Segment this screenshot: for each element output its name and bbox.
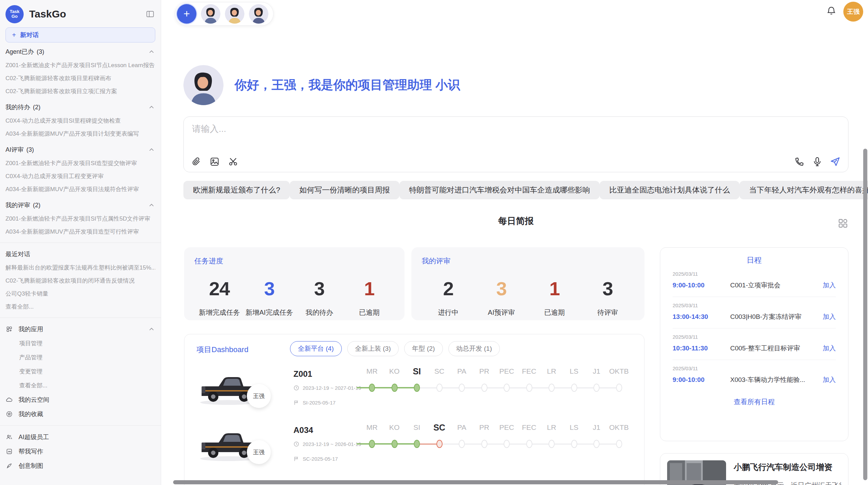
chevron-up-icon[interactable] xyxy=(148,146,155,153)
join-link[interactable]: 加入 xyxy=(823,344,836,353)
milestone-node[interactable] xyxy=(459,440,465,448)
suggestion-chip[interactable]: 特朗普可能对进口汽车增税会对中国车企造成哪些影响 xyxy=(399,181,600,199)
user-avatar[interactable]: 王强 xyxy=(843,2,863,22)
sidebar-collapse-icon[interactable] xyxy=(145,9,155,19)
sidebar-item[interactable]: Z001-全新燃油轻卡产品开发项目SI造型提交物评审 xyxy=(5,157,155,170)
sidebar-item[interactable]: A034-全新新能源MUV产品开发项目法规符合性评审 xyxy=(5,183,155,196)
sidebar-item-star[interactable]: 我的收藏 xyxy=(5,407,155,421)
sidebar-item[interactable]: Z001-全新燃油皮卡产品开发项目SI节点Lesson Learn报告 xyxy=(5,59,155,72)
sidebar-item[interactable]: C02-飞腾新能源轻客改款项目里程碑画布 xyxy=(5,72,155,85)
milestone-node[interactable] xyxy=(391,384,398,392)
scissors-icon[interactable] xyxy=(228,156,239,167)
my-apps-subitem[interactable]: 查看全部... xyxy=(5,378,155,393)
sidebar-group-header[interactable]: Agent已办(3) xyxy=(5,45,155,59)
add-agent-button[interactable]: + xyxy=(177,4,196,24)
mic-icon[interactable] xyxy=(812,156,823,167)
milestone-node[interactable] xyxy=(369,384,375,392)
send-icon[interactable] xyxy=(830,156,841,167)
my-apps-subitem[interactable]: 变更管理 xyxy=(5,364,155,378)
milestone-node[interactable] xyxy=(571,440,577,448)
suggestion-chip[interactable]: 比亚迪全固态电池计划具体说了什么 xyxy=(600,181,739,199)
sidebar-item-my-apps[interactable]: 我的应用 xyxy=(5,322,155,336)
suggestion-chip[interactable]: 欧洲新规最近颁布了什么? xyxy=(183,181,290,199)
milestone-node[interactable] xyxy=(593,440,600,448)
chevron-up-icon[interactable] xyxy=(148,48,155,55)
sidebar-item-write[interactable]: 帮我写作 xyxy=(5,444,155,459)
my-apps-subitem[interactable]: 产品管理 xyxy=(5,350,155,364)
event-name: C003|H0B-方案冻结评审 xyxy=(730,312,823,321)
paperclip-icon[interactable] xyxy=(191,156,202,167)
recent-chat-item[interactable]: 解释最新出台的欧盟报废车法规再生塑料比例被调至15%... xyxy=(5,261,155,274)
join-link[interactable]: 加入 xyxy=(823,281,836,290)
milestone-node[interactable] xyxy=(504,384,510,392)
project-row: 王强A0342023-12-19 ~ 2026-01-19SC-2025-05-… xyxy=(184,421,644,477)
recent-view-all-link[interactable]: 查看全部... xyxy=(5,300,155,313)
chevron-up-icon[interactable] xyxy=(148,325,155,333)
sidebar-group-title: AI评审 xyxy=(5,146,24,154)
chevron-up-icon[interactable] xyxy=(148,103,155,111)
sidebar-group-header[interactable]: 我的评审(2) xyxy=(5,198,155,212)
join-link[interactable]: 加入 xyxy=(823,312,836,321)
avatar-female-1[interactable] xyxy=(225,4,244,24)
stat-item: 2进行中 xyxy=(422,277,475,317)
dashboard-tab[interactable]: 动总开发 (1) xyxy=(448,341,500,356)
milestone-node[interactable] xyxy=(526,440,532,448)
join-link[interactable]: 加入 xyxy=(823,375,836,384)
layout-grid-icon[interactable] xyxy=(837,218,848,229)
sidebar-item[interactable]: C0X4-动力总成开发项目工程变更评审 xyxy=(5,170,155,183)
milestone-node[interactable] xyxy=(526,384,532,392)
image-icon[interactable] xyxy=(209,156,220,167)
recent-chat-item[interactable]: 公司Q3轻卡销量 xyxy=(5,287,155,300)
event-time: 9:00-10:00 xyxy=(673,376,730,384)
milestone-node[interactable] xyxy=(571,384,577,392)
sidebar-item[interactable]: C02-飞腾新能源轻客改款项目立项汇报方案 xyxy=(5,85,155,98)
milestone-node[interactable] xyxy=(616,384,622,392)
milestone-node[interactable] xyxy=(391,440,398,448)
chevron-up-icon[interactable] xyxy=(148,201,155,209)
phone-icon[interactable] xyxy=(794,156,805,167)
recent-chat-item[interactable]: C02-飞腾新能源轻客改款项目的闭环通告反馈情况 xyxy=(5,274,155,287)
milestone-node[interactable] xyxy=(369,440,375,448)
sidebar-item-pen[interactable]: 创意制图 xyxy=(5,459,155,473)
view-all-schedule-link[interactable]: 查看所有日程 xyxy=(673,397,836,407)
sidebar-item[interactable]: A034-全新新能源MUV产品开发项目计划变更表编写 xyxy=(5,127,155,140)
new-chat-button[interactable]: + 新对话 xyxy=(5,27,155,42)
notification-bell-icon[interactable] xyxy=(826,5,836,16)
milestone-node[interactable] xyxy=(481,384,487,392)
milestone-node[interactable] xyxy=(548,384,555,392)
sidebar-item-people[interactable]: AI超级员工 xyxy=(5,430,155,444)
sidebar-group-header[interactable]: 我的待办(2) xyxy=(5,100,155,114)
suggestion-chip[interactable]: 如何写一份清晰的项目周报 xyxy=(290,181,399,199)
milestone-node[interactable] xyxy=(504,440,510,448)
dashboard-tab[interactable]: 年型 (2) xyxy=(404,341,443,356)
horizontal-scrollbar[interactable] xyxy=(173,480,778,484)
sidebar-item[interactable]: C0X4-动力总成开发项目SI里程碑提交物检查 xyxy=(5,114,155,127)
milestone-node[interactable] xyxy=(481,440,487,448)
sidebar-group-header[interactable]: AI评审(3) xyxy=(5,142,155,157)
avatar-female-2[interactable] xyxy=(249,4,268,24)
sidebar-item-cloud[interactable]: 我的云空间 xyxy=(5,393,155,407)
milestone-node[interactable] xyxy=(548,440,555,448)
event-line: 9:00-10:00C001-立项审批会加入 xyxy=(673,281,836,290)
milestone-node[interactable] xyxy=(414,440,420,448)
milestone-node[interactable] xyxy=(593,384,600,392)
milestone-line-alert xyxy=(417,444,439,445)
milestone-node[interactable] xyxy=(414,384,420,392)
avatar-male[interactable] xyxy=(201,4,220,24)
schedule-event-row: 2025/03/119:00-10:00C001-立项审批会加入 xyxy=(673,265,836,297)
sidebar-group-count: (2) xyxy=(33,104,40,111)
milestone-node[interactable] xyxy=(436,440,443,448)
dashboard-tab[interactable]: 全新平台 (4) xyxy=(290,341,342,356)
milestone-node[interactable] xyxy=(459,384,465,392)
message-input[interactable] xyxy=(192,124,840,134)
user-avatar-initials: 王强 xyxy=(847,8,859,16)
milestone-node[interactable] xyxy=(436,384,443,392)
my-apps-subitem[interactable]: 项目管理 xyxy=(5,336,155,350)
event-line: 9:00-10:00X003-车辆动力学性能验...加入 xyxy=(673,375,836,384)
dashboard-tab[interactable]: 全新上装 (3) xyxy=(347,341,399,356)
vertical-scrollbar[interactable] xyxy=(863,149,867,480)
sidebar-item[interactable]: A034-全新新能源MUV产品开发项目造型可行性评审 xyxy=(5,225,155,238)
suggestion-chip[interactable]: 当下年轻人对汽车外观有怎样的喜好趋势 xyxy=(739,181,868,199)
sidebar-item[interactable]: Z001-全新燃油轻卡产品开发项目SI节点属性5D文件评审 xyxy=(5,212,155,225)
milestone-node[interactable] xyxy=(616,440,622,448)
